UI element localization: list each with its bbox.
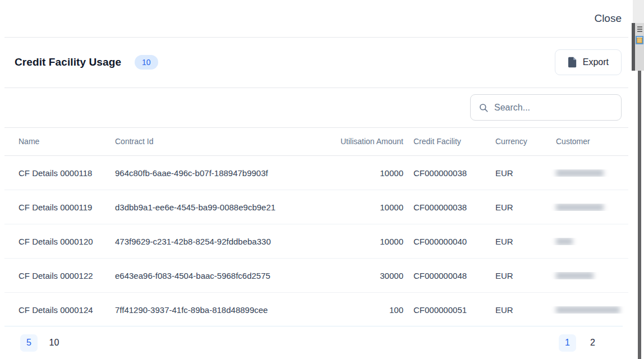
cell-customer [546, 238, 642, 245]
cell-credit-facility: CF000000048 [403, 271, 485, 280]
divider [4, 37, 628, 38]
cell-name: CF Details 0000118 [19, 168, 115, 178]
screen: Close Credit Facility Usage 10 Export [0, 0, 644, 359]
table-row[interactable]: CF Details 00001247ff41290-3937-41fc-89b… [4, 293, 628, 327]
background-window-toolbar [633, 0, 644, 23]
background-window-sliver [632, 0, 644, 359]
search-box[interactable] [470, 94, 622, 121]
credit-facility-usage-modal: Close Credit Facility Usage 10 Export [0, 0, 632, 359]
toolbar [0, 88, 632, 127]
cell-currency: EUR [485, 305, 546, 315]
count-badge: 10 [135, 55, 158, 70]
cell-customer [546, 306, 642, 314]
modal-topbar: Close [0, 0, 632, 37]
cell-currency: EUR [485, 202, 546, 212]
export-button-label: Export [583, 57, 609, 67]
col-header-contract-id: Contract Id [115, 137, 335, 146]
credit-facility-table: Name Contract Id Utilisation Amount Cred… [4, 127, 628, 327]
cell-utilisation-amount: 30000 [335, 271, 403, 280]
file-icon [568, 57, 577, 68]
cell-credit-facility: CF000000051 [403, 305, 485, 315]
cell-currency: EUR [485, 168, 546, 178]
table-header-row: Name Contract Id Utilisation Amount Cred… [4, 127, 628, 156]
folder-icon [636, 36, 643, 44]
cell-credit-facility: CF000000038 [403, 168, 485, 178]
table-row[interactable]: CF Details 0000118964c80fb-6aae-496c-b07… [4, 156, 628, 190]
page-option-1[interactable]: 1 [559, 334, 576, 352]
page-size-option-10[interactable]: 10 [45, 334, 63, 352]
customer-redacted [556, 272, 594, 279]
cell-utilisation-amount: 10000 [335, 202, 403, 212]
table-row[interactable]: CF Details 0000119d3dbb9a1-ee6e-4545-ba9… [4, 190, 628, 224]
search-icon [479, 103, 489, 113]
cell-utilisation-amount: 100 [335, 305, 403, 315]
col-header-name: Name [19, 137, 115, 146]
search-input[interactable] [494, 103, 614, 113]
cell-utilisation-amount: 10000 [335, 168, 403, 178]
background-window-sidebar [635, 23, 644, 71]
table-row[interactable]: CF Details 0000122e643ea96-f083-4504-baa… [4, 259, 628, 293]
cell-currency: EUR [485, 237, 546, 246]
cell-contract-id: 7ff41290-3937-41fc-89ba-818d48899cee [115, 305, 335, 315]
cell-contract-id: 964c80fb-6aae-496c-b07f-188947b9903f [115, 168, 335, 178]
page-option-2[interactable]: 2 [584, 334, 601, 352]
table-body: CF Details 0000118964c80fb-6aae-496c-b07… [4, 156, 628, 327]
page-number-selector: 12 [559, 334, 601, 352]
cell-customer [546, 204, 642, 211]
cell-contract-id: 473f9629-c231-42b8-8254-92fddbeba330 [115, 237, 335, 246]
col-header-utilisation-amount: Utilisation Amount [335, 137, 403, 146]
cell-contract-id: d3dbb9a1-ee6e-4545-ba99-0088e9cb9e21 [115, 202, 335, 212]
customer-redacted [556, 204, 604, 211]
cell-name: CF Details 0000124 [19, 305, 115, 315]
close-button[interactable]: Close [594, 12, 622, 25]
cell-credit-facility: CF000000040 [403, 237, 485, 246]
cell-utilisation-amount: 10000 [335, 237, 403, 246]
customer-redacted [556, 169, 604, 177]
cell-name: CF Details 0000122 [19, 271, 115, 280]
divider [4, 88, 628, 88]
title-row: Credit Facility Usage 10 Export [0, 37, 632, 88]
page-size-selector: 510 [20, 334, 63, 352]
page-size-option-5[interactable]: 5 [20, 334, 38, 352]
cell-contract-id: e643ea96-f083-4504-baac-5968fc6d2575 [115, 271, 335, 280]
table-row[interactable]: CF Details 0000120473f9629-c231-42b8-825… [4, 224, 628, 259]
window-edge-line [638, 71, 641, 359]
col-header-currency: Currency [485, 137, 546, 146]
cell-customer [546, 272, 642, 279]
export-button[interactable]: Export [555, 49, 622, 75]
pagination-bar: 510 12 [0, 326, 632, 359]
list-icon [637, 26, 642, 33]
cell-credit-facility: CF000000038 [403, 202, 485, 212]
customer-redacted [556, 238, 573, 245]
background-window-panel [632, 23, 644, 71]
page-title: Credit Facility Usage [15, 56, 121, 68]
cell-name: CF Details 0000120 [19, 237, 115, 246]
col-header-customer: Customer [546, 137, 642, 146]
cell-customer [546, 169, 642, 177]
cell-name: CF Details 0000119 [19, 202, 115, 212]
cell-currency: EUR [485, 271, 546, 280]
customer-redacted [556, 306, 620, 314]
col-header-credit-facility: Credit Facility [403, 137, 485, 146]
